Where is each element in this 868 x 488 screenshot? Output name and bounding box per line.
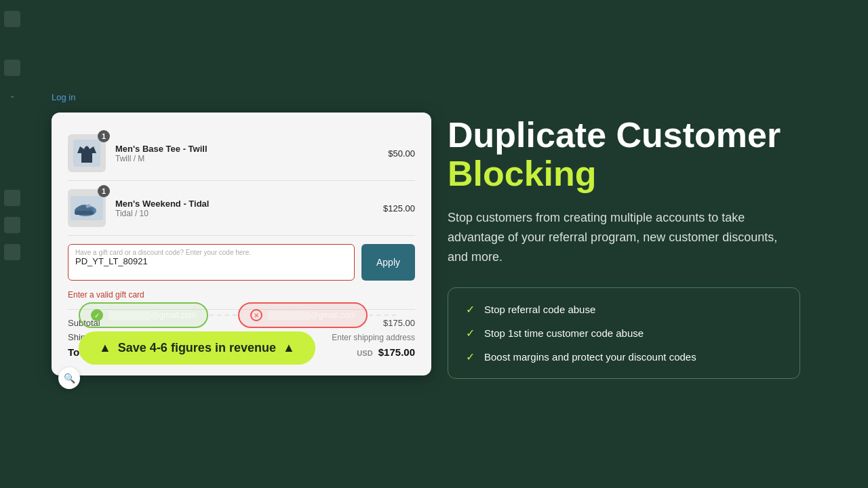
invalid-email-text: ████████@gmail.com	[268, 310, 355, 320]
item-1-details: Men's Base Tee - Twill Twill / M	[115, 144, 388, 163]
sidebar-chevron: ⌄	[4, 87, 20, 103]
item-2-image-wrap: 1	[68, 189, 106, 227]
feature-item-1: ✓ Stop referral code abuse	[466, 303, 782, 316]
discount-error: Enter a valid gift card	[68, 290, 144, 300]
dashed-connector-1	[210, 314, 237, 316]
item-1-badge: 1	[98, 130, 110, 142]
cta-arrow-left: ▲	[99, 341, 111, 355]
item-1-image-wrap: 1	[68, 134, 106, 172]
usd-label: USD	[357, 349, 372, 357]
discount-placeholder: Have a gift card or a discount code? Ent…	[75, 249, 347, 256]
email-pills-section: ✓ ████████@gmail.com ✕ ████████@gmail.co…	[79, 302, 397, 328]
cta-button[interactable]: ▲ Save 4-6 figures in revenue ▲	[79, 331, 315, 365]
total-value: $175.00	[378, 346, 415, 358]
discount-row: Have a gift card or a discount code? Ent…	[68, 244, 415, 281]
checkmark-icon: ✓	[91, 309, 103, 321]
discount-input-wrap[interactable]: Have a gift card or a discount code? Ent…	[68, 244, 355, 281]
valid-email-text: ████████@gmail.com	[108, 310, 196, 320]
cart-item-2: 1 Men's Weekend - Tidal Tidal / 10 $125.…	[68, 181, 415, 236]
sidebar-btn-3	[4, 190, 20, 206]
headline-line1: Duplicate Customer	[448, 115, 781, 155]
headline-line2: Blocking	[448, 154, 597, 193]
feature-item-2: ✓ Stop 1st time customer code abuse	[466, 327, 782, 340]
cart-item-1: 1 Men's Base Tee - Twill Twill / M $50.0…	[68, 126, 415, 181]
check-icon-2: ✓	[466, 327, 475, 340]
checkout-card-wrapper: Log in 1 Men's Base Tee - Twill	[52, 113, 431, 375]
item-1-variant: Twill / M	[115, 154, 388, 163]
features-box: ✓ Stop referral code abuse ✓ Stop 1st ti…	[448, 287, 800, 379]
check-icon-3: ✓	[466, 350, 475, 363]
sidebar-btn-2	[4, 60, 20, 76]
invalid-email-pill: ✕ ████████@gmail.com	[238, 302, 368, 328]
svg-rect-3	[75, 211, 94, 215]
shipping-value: Enter shipping address	[332, 333, 415, 342]
feature-label-3: Boost margins and protect your discount …	[484, 351, 696, 363]
description: Stop customers from creating multiple ac…	[448, 208, 800, 266]
headline: Duplicate Customer Blocking	[448, 116, 834, 193]
dashed-connector-2	[369, 314, 396, 316]
apply-button[interactable]: Apply	[361, 244, 415, 281]
log-in-link[interactable]: Log in	[52, 92, 75, 102]
item-2-details: Men's Weekend - Tidal Tidal / 10	[115, 199, 383, 218]
item-2-name: Men's Weekend - Tidal	[115, 199, 383, 209]
item-2-price: $125.00	[383, 203, 415, 214]
discount-section: Have a gift card or a discount code? Ent…	[68, 244, 415, 300]
sidebar-btn-5	[4, 244, 20, 260]
item-1-name: Men's Base Tee - Twill	[115, 144, 388, 154]
discount-value: PD_YT_LT_80921	[75, 256, 347, 266]
right-panel: Duplicate Customer Blocking Stop custome…	[420, 0, 868, 488]
total-amount: USD $175.00	[357, 346, 415, 358]
valid-email-pill: ✓ ████████@gmail.com	[79, 302, 208, 328]
left-panel: ⌄ Log in 1 M	[0, 0, 420, 488]
tee-icon	[73, 140, 100, 167]
sidebar-btn-1	[4, 11, 20, 27]
sidebar-btn-4	[4, 217, 20, 233]
x-icon: ✕	[250, 309, 262, 321]
cta-label: Save 4-6 figures in revenue	[118, 341, 276, 355]
shoe-icon	[71, 196, 103, 220]
cta-arrow-right: ▲	[283, 341, 295, 355]
item-2-badge: 1	[98, 185, 110, 197]
feature-item-3: ✓ Boost margins and protect your discoun…	[466, 350, 782, 363]
feature-label-1: Stop referral code abuse	[484, 304, 595, 315]
item-1-price: $50.00	[388, 148, 415, 159]
check-icon-1: ✓	[466, 303, 475, 316]
sidebar-strip: ⌄	[0, 0, 24, 488]
feature-label-2: Stop 1st time customer code abuse	[484, 327, 644, 339]
search-icon[interactable]: 🔍	[58, 367, 80, 389]
item-2-variant: Tidal / 10	[115, 209, 383, 218]
